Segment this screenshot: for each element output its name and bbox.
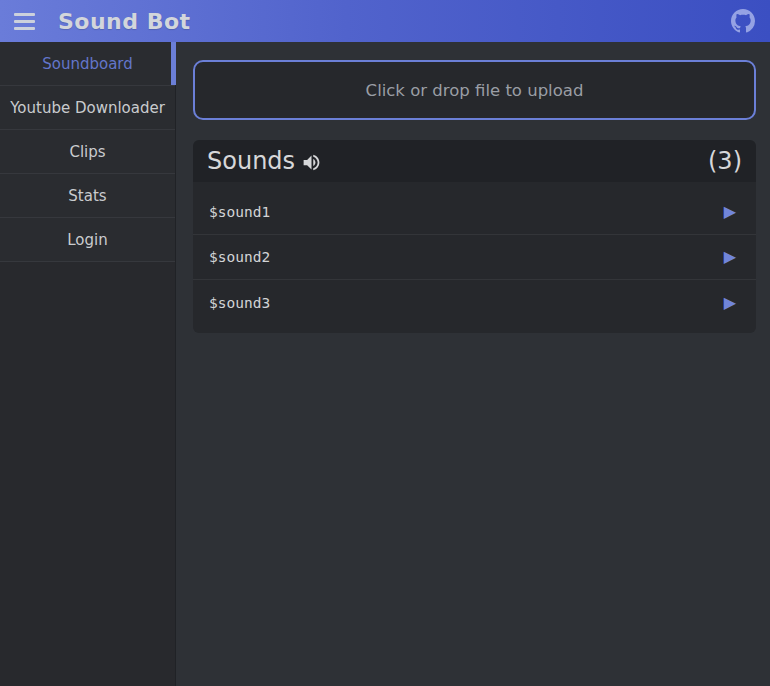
- play-button[interactable]: ▶: [720, 247, 740, 267]
- sound-name: $sound1: [209, 204, 270, 220]
- main-content: Click or drop file to upload Sounds (3) …: [176, 42, 770, 686]
- sound-list-item: $sound2 ▶: [193, 235, 756, 280]
- sidebar: Soundboard Youtube Downloader Clips Stat…: [0, 42, 176, 686]
- sounds-panel-header: Sounds (3): [193, 140, 756, 182]
- file-upload-dropzone[interactable]: Click or drop file to upload: [193, 60, 756, 120]
- github-link[interactable]: [730, 8, 756, 34]
- sound-list-item: $sound1 ▶: [193, 190, 756, 235]
- hamburger-icon: [14, 13, 35, 16]
- sound-name: $sound2: [209, 249, 270, 265]
- sound-name: $sound3: [209, 295, 270, 311]
- sound-list-item: $sound3 ▶: [193, 280, 756, 325]
- sidebar-item-clips[interactable]: Clips: [0, 130, 175, 174]
- page-layout: Soundboard Youtube Downloader Clips Stat…: [0, 42, 770, 686]
- menu-toggle-button[interactable]: [10, 6, 40, 36]
- top-header: Sound Bot: [0, 0, 770, 42]
- github-icon: [731, 9, 755, 33]
- volume-up-icon: [301, 149, 322, 173]
- sidebar-item-login[interactable]: Login: [0, 218, 175, 262]
- app-title: Sound Bot: [58, 9, 191, 34]
- play-button[interactable]: ▶: [720, 202, 740, 222]
- sounds-panel: Sounds (3) $sound1 ▶ $sound2 ▶: [193, 140, 756, 333]
- sidebar-item-stats[interactable]: Stats: [0, 174, 175, 218]
- sidebar-item-youtube-downloader[interactable]: Youtube Downloader: [0, 86, 175, 130]
- play-button[interactable]: ▶: [720, 293, 740, 313]
- sounds-list: $sound1 ▶ $sound2 ▶ $sound3 ▶: [193, 182, 756, 333]
- sounds-panel-title-group: Sounds: [207, 147, 322, 175]
- sounds-panel-title: Sounds: [207, 147, 295, 175]
- sounds-count-badge: (3): [708, 147, 742, 175]
- sidebar-item-soundboard[interactable]: Soundboard: [0, 42, 175, 86]
